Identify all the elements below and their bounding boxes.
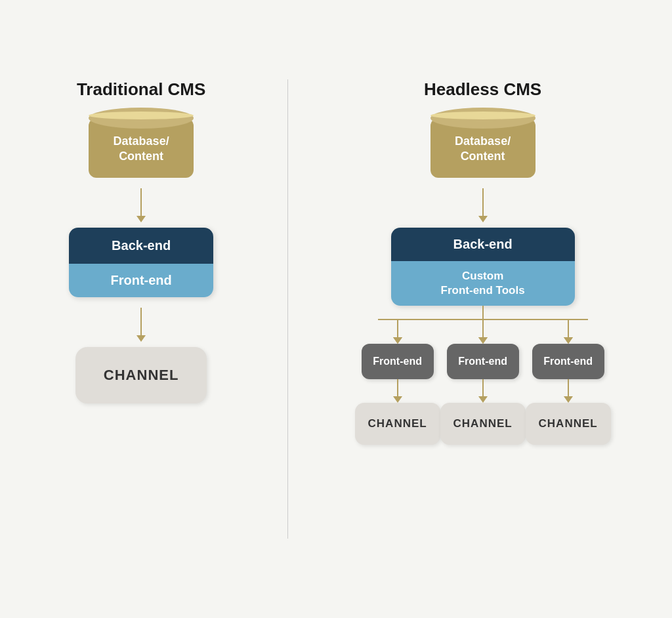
traditional-db-label: Database/Content (95, 134, 187, 165)
branch-left-lower-arrowhead (393, 396, 402, 403)
headless-db-wrap: Database/Content (430, 118, 536, 178)
headless-db-label: Database/Content (437, 134, 529, 165)
branch-left-vline (397, 320, 398, 339)
branch-row: Front-end CHANNEL Front-end (378, 320, 588, 445)
headless-frontend-tools-section: CustomFront-end Tools (391, 261, 575, 306)
branch-right-vline (568, 320, 569, 339)
diagram-container: Traditional CMS Database/Content Back-en… (21, 79, 651, 539)
branch-mid-vline (482, 320, 484, 339)
headless-title: Headless CMS (424, 79, 541, 100)
traditional-frontend-label: Front-end (75, 273, 207, 288)
section-divider (287, 79, 288, 539)
headless-frontend-tools-label: CustomFront-end Tools (398, 269, 568, 298)
branch-right-arrowhead (564, 337, 573, 344)
headless-column: Headless CMS Database/Content Back-end C… (314, 79, 651, 445)
branch-right: Front-end CHANNEL (526, 320, 611, 445)
headless-stem-arrow (482, 306, 484, 319)
branch-left-lower-vline (397, 379, 398, 398)
branch-right-lower-arrowhead (564, 396, 573, 403)
traditional-db-cylinder: Database/Content (89, 118, 194, 178)
headless-channel-box-2: CHANNEL (440, 403, 526, 445)
headless-frontend-label-3: Front-end (541, 356, 595, 367)
branch-mid-arrowhead (478, 337, 488, 344)
headless-frontend-box-2: Front-end (447, 344, 519, 379)
traditional-combined-box: Back-end Front-end (69, 228, 213, 297)
headless-db-cylinder: Database/Content (430, 118, 536, 178)
headless-frontend-box-3: Front-end (532, 344, 604, 379)
headless-backend-label: Back-end (398, 237, 568, 252)
traditional-column: Traditional CMS Database/Content Back-en… (21, 79, 261, 403)
traditional-db-wrap: Database/Content (89, 118, 194, 178)
traditional-arrow-1 (140, 188, 142, 217)
headless-backend-section: Back-end (391, 228, 575, 261)
branch-mid-lower-arrowhead (478, 396, 488, 403)
traditional-backend-section: Back-end (69, 228, 213, 264)
headless-channel-box-3: CHANNEL (526, 403, 611, 445)
traditional-channel-box: CHANNEL (75, 347, 207, 403)
headless-channel-box-1: CHANNEL (355, 403, 440, 445)
headless-combined-box: Back-end CustomFront-end Tools (391, 228, 575, 306)
branch-left-arrowhead (393, 337, 402, 344)
branch-left: Front-end CHANNEL (355, 320, 440, 445)
headless-channel-label-1: CHANNEL (360, 417, 435, 430)
traditional-title: Traditional CMS (77, 79, 205, 100)
branch-right-lower-vline (568, 379, 569, 398)
traditional-frontend-section: Front-end (69, 264, 213, 297)
branch-middle: Front-end CHANNEL (440, 320, 526, 445)
headless-frontend-box-1: Front-end (362, 344, 434, 379)
headless-channel-label-3: CHANNEL (531, 417, 606, 430)
headless-arrow-1 (482, 188, 484, 217)
traditional-arrow-2 (140, 308, 142, 337)
headless-frontend-label-2: Front-end (456, 356, 510, 367)
headless-frontend-label-1: Front-end (371, 356, 425, 367)
headless-channel-label-2: CHANNEL (446, 417, 520, 430)
traditional-backend-label: Back-end (75, 238, 207, 253)
branch-mid-lower-vline (482, 379, 484, 398)
traditional-channel-label: CHANNEL (82, 367, 200, 384)
